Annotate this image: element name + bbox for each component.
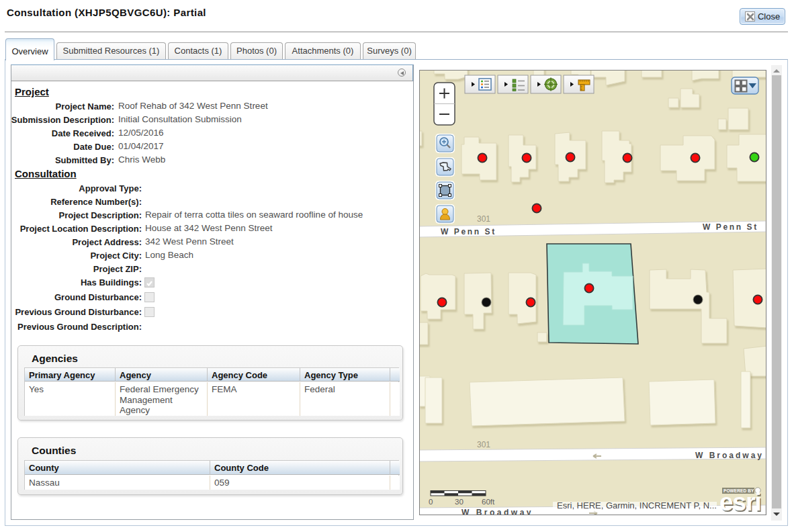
svg-text:301: 301	[477, 214, 490, 224]
svg-text:30: 30	[455, 498, 464, 506]
svg-text:esri: esri	[719, 488, 761, 515]
svg-text:W Broadway: W Broadway	[461, 508, 533, 515]
svg-text:0: 0	[429, 498, 433, 506]
svg-text:Esri, HERE, Garmin, INCREMENT: Esri, HERE, Garmin, INCREMENT P, N...	[557, 500, 717, 511]
svg-text:W Broadway: W Broadway	[695, 451, 764, 460]
svg-text:301: 301	[477, 440, 490, 449]
svg-text:W Penn St: W Penn St	[703, 222, 758, 232]
svg-text:60ft: 60ft	[482, 498, 495, 506]
svg-text:W Penn St: W Penn St	[441, 227, 496, 236]
